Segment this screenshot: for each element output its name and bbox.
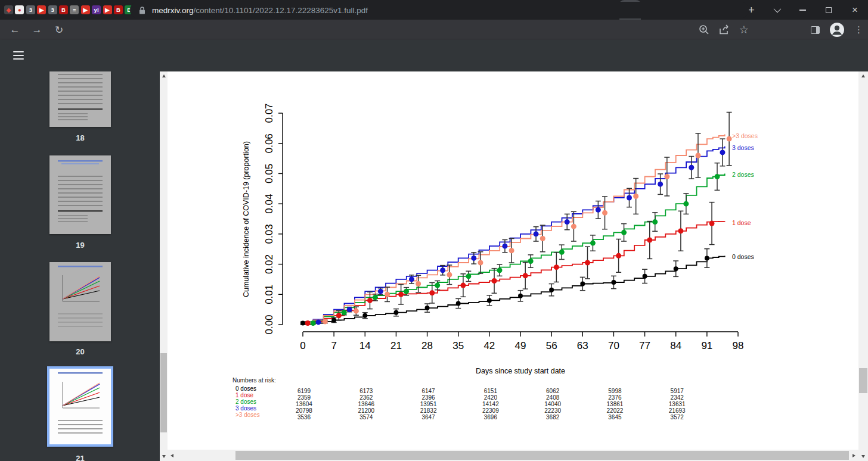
zoom-page-icon[interactable] (698, 24, 710, 36)
restore-button[interactable] (816, 0, 842, 20)
scroll-down-arrow[interactable] (858, 452, 868, 461)
risk-value: 6173 (359, 388, 373, 394)
sidebar-scrollbar-thumb[interactable] (160, 353, 167, 432)
data-point (683, 201, 689, 207)
scroll-up-arrow[interactable] (160, 71, 168, 80)
thumbnail-sketch (49, 369, 111, 449)
data-point (447, 272, 452, 278)
horizontal-scrollbar-thumb[interactable] (235, 451, 849, 460)
scroll-up-arrow[interactable] (858, 71, 868, 80)
background-tab-favicon[interactable]: y! (92, 5, 101, 14)
reload-button[interactable]: ↻ (52, 23, 66, 37)
data-point (398, 292, 404, 297)
back-button[interactable]: ← (8, 23, 22, 37)
browser-menu-kebab-icon[interactable]: ⋮ (854, 24, 863, 35)
background-tab-favicon[interactable]: ● (15, 5, 24, 14)
minimize-icon (799, 10, 806, 11)
x-tick-label: 84 (670, 340, 681, 351)
tab-search-chevron-button[interactable] (763, 0, 789, 20)
legend-label: 1 dose (732, 219, 751, 226)
y-tick-label: 0.05 (264, 164, 275, 183)
forward-button[interactable]: → (30, 23, 44, 37)
data-point (714, 174, 720, 179)
main-scrollbar-thumb[interactable] (859, 368, 867, 393)
data-point (378, 289, 383, 294)
horizontal-scrollbar[interactable] (168, 450, 858, 461)
risk-value: 6147 (421, 388, 435, 394)
survival-curves (303, 135, 725, 325)
risk-value: 3536 (297, 414, 311, 420)
data-point (354, 309, 359, 314)
background-tab-favicon[interactable]: B (114, 5, 123, 14)
background-tab-favicon[interactable]: 3 (48, 5, 57, 14)
y-tick-label: 0.06 (264, 133, 275, 153)
close-window-button[interactable]: × (842, 0, 868, 20)
data-point (590, 241, 596, 246)
pdf-menu-icon[interactable] (13, 51, 24, 60)
risk-value: 21200 (358, 407, 374, 414)
background-tab-favicon[interactable]: ▶ (103, 5, 112, 14)
y-tick-label: 0.00 (264, 314, 275, 334)
data-point (528, 258, 534, 264)
risk-value: 22230 (544, 407, 561, 414)
numbers-at-risk-title: Numbers at risk: (232, 377, 276, 384)
page-thumbnail-19[interactable] (49, 155, 111, 234)
cumulative-incidence-chart: 07142128354249566370778491980.000.010.02… (168, 71, 858, 450)
thumbnail-sketch (49, 71, 111, 127)
close-icon: × (852, 5, 858, 15)
risk-value: 21693 (669, 407, 686, 414)
sidebar-scrollbar[interactable] (160, 71, 168, 461)
address-input[interactable]: medrxiv.org/content/10.1101/2022.12.17.2… (130, 2, 749, 18)
data-point (373, 295, 378, 300)
x-tick-label: 7 (331, 340, 336, 351)
scroll-down-arrow[interactable] (160, 452, 168, 461)
scroll-left-arrow[interactable] (168, 450, 176, 461)
legend-label: >3 doses (732, 132, 758, 139)
page-thumbnail-21[interactable] (47, 366, 113, 447)
risk-value: 3682 (546, 414, 560, 420)
data-point (429, 290, 435, 295)
data-point (658, 182, 663, 187)
background-tab-favicon[interactable]: ◆ (4, 5, 13, 14)
risk-value: 6151 (484, 388, 498, 394)
thumbnail-sketch (49, 155, 111, 234)
data-point (311, 320, 316, 326)
risk-value: 3647 (421, 414, 435, 420)
data-point (460, 283, 466, 288)
risk-row-label: >3 doses (235, 412, 260, 418)
page-thumbnail-18[interactable] (49, 71, 111, 127)
data-point (478, 260, 483, 266)
bookmark-star-icon[interactable]: ☆ (739, 23, 749, 36)
share-icon[interactable] (718, 24, 731, 36)
pdf-viewer-content: 18192021 07142128354249566370778491980.0… (0, 71, 868, 461)
page-thumbnail-label-21: 21 (49, 454, 111, 461)
x-tick-label: 77 (639, 340, 650, 351)
x-tick-label: 91 (701, 340, 712, 351)
data-point (705, 256, 709, 260)
background-tab-favicon[interactable]: ▶ (37, 5, 46, 14)
data-point (502, 244, 507, 249)
y-tick-label: 0.07 (264, 103, 275, 123)
page-thumbnail-20[interactable] (49, 262, 111, 341)
x-tick-label: 70 (608, 340, 619, 351)
data-point (549, 288, 554, 292)
background-tab-favicon[interactable]: ▶ (81, 5, 90, 14)
data-point (689, 165, 694, 170)
background-tab-favicon[interactable]: 3 (26, 5, 35, 14)
curve-1dose (303, 222, 725, 325)
background-tab-favicon[interactable]: ≡ (70, 5, 79, 14)
risk-value: 13646 (358, 401, 374, 407)
data-point (585, 260, 590, 266)
side-panel-icon[interactable] (811, 26, 820, 34)
pdf-toolbar: Effectiveness of the Coronavirus Disease… (0, 40, 868, 71)
data-point (440, 267, 445, 273)
minimize-button[interactable] (789, 0, 816, 20)
scroll-right-arrow[interactable] (850, 450, 858, 461)
background-tab-favicon[interactable]: B (59, 5, 68, 14)
data-point (385, 292, 390, 297)
curve-2doses (303, 173, 725, 325)
profile-avatar[interactable] (829, 22, 845, 38)
main-scrollbar[interactable] (858, 71, 868, 461)
risk-value: 3696 (484, 414, 498, 420)
data-point (616, 253, 621, 258)
